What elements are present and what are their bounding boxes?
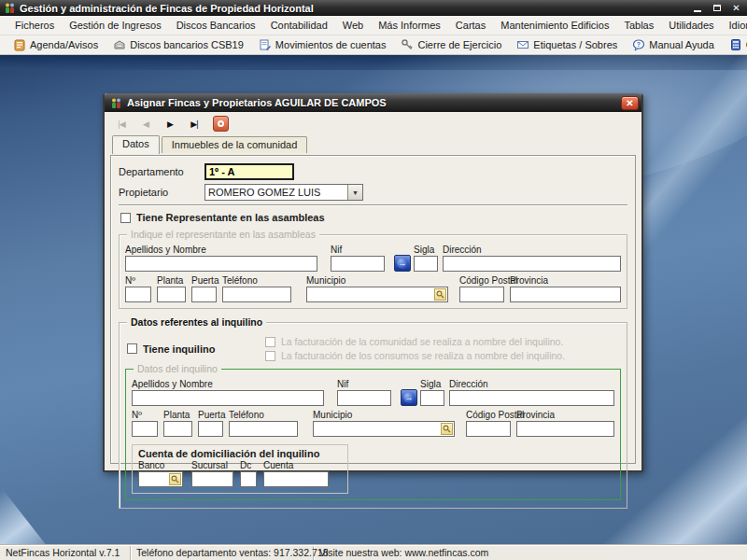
rep-nif-field[interactable] [331,256,385,272]
menu-mas-informes[interactable]: Más Informes [371,18,448,33]
rep-sigla-field[interactable] [414,256,438,272]
rep-direccion-field[interactable] [443,256,621,272]
rep-numero-field[interactable] [125,287,151,302]
dialog-close-icon[interactable]: ✕ [621,96,639,110]
power-icon [218,120,224,127]
inq-provincia-field[interactable] [516,421,614,437]
toolbar-etiquetas-sobres[interactable]: Etiquetas / Sobres [511,36,623,53]
rep-municipio-field[interactable] [306,287,448,302]
minimize-icon[interactable] [690,2,704,14]
sucursal-field[interactable] [191,471,233,487]
tab-datos[interactable]: Datos [112,135,160,154]
toolbar-movimientos-cuentas[interactable]: Movimientos de cuentas [253,36,392,53]
menu-bar: Ficheros Gestión de Ingresos Discos Banc… [0,16,747,35]
nav-first-button[interactable]: |◀ [112,116,131,133]
status-bar: NetFincas Horizontal v.7.1 Teléfono depa… [0,545,747,560]
tab-inmuebles[interactable]: Inmuebles de la comunidad [162,136,308,153]
facturacion-consumos-label: La facturación de los consumos se realiz… [281,350,565,361]
dialog-icon [110,97,122,109]
close-icon[interactable]: ✕ [729,2,743,14]
nav-last-button[interactable]: ▶| [185,116,204,133]
datos-tab-panel: Departamento Propietario ROMERO GOMEZ LU… [110,155,636,464]
banco-search-button[interactable] [169,473,181,485]
inq-numero-field[interactable] [132,421,158,437]
dc-field[interactable] [240,471,257,487]
inq-planta-field[interactable] [163,421,192,437]
record-navigation: |◀ ◀ ▶ ▶| [105,112,641,133]
app-titlebar: Gestión y administración de Fincas de Pr… [0,0,747,16]
nav-next-button[interactable]: ▶ [161,116,179,133]
rep-cp-field[interactable] [459,287,504,302]
puerta-label: Puerta [198,410,223,420]
account-movements-icon [259,38,272,51]
toolbar-cierre-ejercicio[interactable]: Cierre de Ejercicio [395,36,507,53]
dialog-titlebar[interactable]: Asignar Fincas y Propietarios AGUILAR DE… [105,93,641,112]
inq-direccion-field[interactable] [449,390,614,406]
toolbar-label: Discos bancarios CSB19 [130,39,244,50]
menu-idioma[interactable]: Idioma [722,18,747,33]
facturacion-comunidad-checkbox [265,337,275,347]
tiene-inquilino-checkbox[interactable] [127,343,137,354]
departamento-field[interactable] [204,163,294,180]
menu-gestion-ingresos[interactable]: Gestión de Ingresos [62,18,168,33]
restore-icon[interactable] [710,2,724,14]
propietario-select[interactable]: ROMERO GOMEZ LUIS ▼ [204,184,363,201]
search-icon [171,475,179,483]
app-icon [4,2,16,14]
inq-telefono-field[interactable] [229,421,298,437]
menu-utilidades[interactable]: Utilidades [661,18,721,33]
cuenta-domiciliacion-box: Cuenta de domiciliación del inquilino Ba… [132,444,348,494]
desktop: Asignar Fincas y Propietarios AGUILAR DE… [0,55,747,545]
inq-sigla-field[interactable] [420,390,444,406]
tiene-representante-checkbox[interactable] [120,213,131,223]
rep-municipio-search-button[interactable] [434,288,446,301]
numero-label: Nº [132,410,158,420]
toolbar-label: Cierre de Ejercicio [417,39,501,50]
nav-prev-button[interactable]: ◀ [136,116,155,133]
menu-ficheros[interactable]: Ficheros [7,18,62,33]
inq-municipio-search-button[interactable] [441,423,453,435]
dc-label: Dc [240,460,257,470]
inq-nif-field[interactable] [337,390,391,406]
cuenta-label: Cuenta [263,460,329,470]
menu-web[interactable]: Web [335,18,371,33]
facturacion-consumos-checkbox [265,351,275,361]
inq-cp-field[interactable] [466,421,511,437]
rep-apellidos-field[interactable] [125,256,317,272]
provincia-label: Provincia [516,410,614,420]
rep-provincia-field[interactable] [510,287,621,302]
menu-cartas[interactable]: Cartas [448,18,493,33]
status-web: Visite nuestra web: www.netfincas.com [314,546,747,560]
menu-tablas[interactable]: Tablas [616,18,661,33]
exit-button[interactable] [213,116,229,132]
telefono-label: Teléfono [222,275,291,286]
toolbar-discos-bancarios[interactable]: Discos bancarios CSB19 [107,36,249,53]
toolbar-manual-ayuda[interactable]: ? Manual Ayuda [627,36,720,53]
codigo-postal-label: Código Postal [466,410,511,420]
direccion-label: Dirección [449,379,614,389]
facturacion-comunidad-label: La facturación de la comunidad se realiz… [281,336,563,347]
toolbar-agenda-avisos[interactable]: Agenda/Avisos [7,36,104,53]
provincia-label: Provincia [510,275,621,286]
propietario-value: ROMERO GOMEZ LUIS [205,185,347,200]
menu-mantenimiento-edificios[interactable]: Mantenimiento Edificios [493,18,616,33]
inq-apellidos-field[interactable] [132,390,324,406]
arrow-right-icon: → [403,392,415,403]
inq-municipio-field[interactable] [313,421,455,437]
toolbar-calculadora[interactable]: Calculadora [724,36,747,53]
municipio-label: Municipio [313,410,455,420]
nif-label: Nif [337,379,391,389]
cuenta-field[interactable] [263,471,329,487]
menu-discos-bancarios[interactable]: Discos Bancarios [169,18,263,33]
inq-puerta-field[interactable] [198,421,223,437]
rep-puerta-field[interactable] [191,287,217,302]
rep-planta-field[interactable] [157,287,186,302]
rep-telefono-field[interactable] [222,287,291,302]
banco-label: Banco [138,460,183,470]
rep-copy-address-button[interactable]: → [394,255,411,272]
inq-copy-address-button[interactable]: → [401,389,417,406]
chevron-down-icon[interactable]: ▼ [347,185,362,200]
search-icon [436,290,444,299]
menu-contabilidad[interactable]: Contabilidad [263,18,335,33]
direccion-label: Dirección [443,245,621,255]
